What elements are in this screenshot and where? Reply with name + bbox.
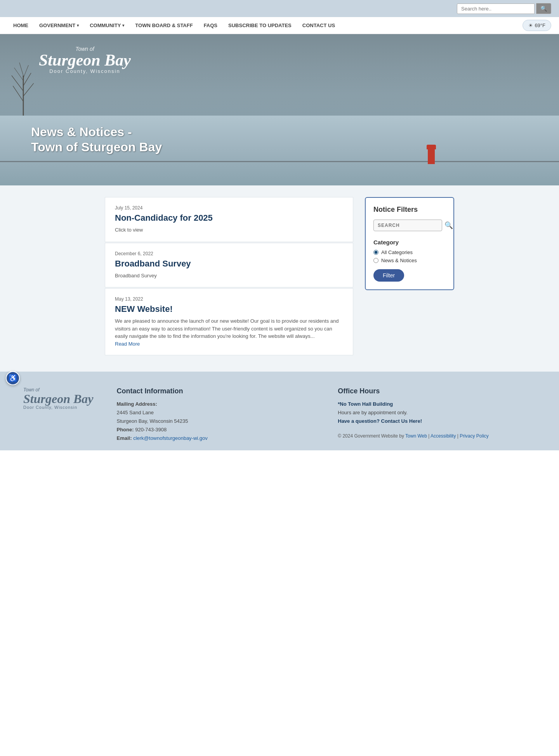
filter-search-button[interactable]: 🔍 xyxy=(444,221,453,230)
news-excerpt-2: Broadband Survey xyxy=(115,272,343,280)
nav-subscribe[interactable]: SUBSCRIBE TO UPDATES xyxy=(223,17,297,34)
footer-no-town-hall: *No Town Hall Building xyxy=(338,401,393,407)
news-title-2[interactable]: Broadband Survey xyxy=(115,259,343,269)
nav-faqs[interactable]: FAQS xyxy=(198,17,223,34)
pier-line xyxy=(0,161,559,162)
news-item-3: May 13, 2022 NEW Website! We are pleased… xyxy=(105,288,353,355)
nav-links: HOME GOVERNMENT ▾ COMMUNITY ▾ TOWN BOARD… xyxy=(8,17,523,34)
footer-hours-note: Hours are by appointment only. xyxy=(338,410,408,415)
footer-top: Town of Sturgeon Bay Door County, Wiscon… xyxy=(23,387,536,443)
news-item-2: December 6, 2022 Broadband Survey Broadb… xyxy=(105,243,353,288)
hero-logo-town-of: Town of xyxy=(39,46,131,52)
filter-title: Notice Filters xyxy=(373,206,446,214)
sun-icon: ☀ xyxy=(528,22,533,28)
hero-logo-city: Sturgeon Bay xyxy=(39,52,131,68)
footer-logo-city: Sturgeon Bay xyxy=(23,393,93,405)
nav-home[interactable]: HOME xyxy=(8,17,34,34)
footer: Town of Sturgeon Bay Door County, Wiscon… xyxy=(0,372,559,450)
svg-line-6 xyxy=(23,65,28,78)
footer-office-title: Office Hours xyxy=(338,387,536,395)
nav-government[interactable]: GOVERNMENT ▾ xyxy=(34,17,84,34)
content-wrapper: July 15, 2024 Non-Candidacy for 2025 Cli… xyxy=(97,197,462,356)
svg-line-7 xyxy=(19,62,23,75)
government-dropdown-icon: ▾ xyxy=(77,23,79,28)
read-more-link-3[interactable]: Read More xyxy=(115,341,140,347)
sidebar: Notice Filters 🔍 Category All Categories… xyxy=(365,197,454,356)
filter-search-row: 🔍 xyxy=(373,220,446,231)
news-date-2: December 6, 2022 xyxy=(115,251,343,256)
news-excerpt-1: Click to view xyxy=(115,226,343,234)
filter-all-radio[interactable] xyxy=(373,250,378,255)
footer-contact-link[interactable]: Contact Us Here! xyxy=(381,418,422,424)
svg-line-1 xyxy=(13,86,23,101)
lighthouse xyxy=(428,149,435,164)
footer-email-link[interactable]: clerk@townofsturgeonbay-wi.gov xyxy=(133,435,208,441)
weather-badge: ☀ 69°F xyxy=(523,20,551,31)
search-input[interactable] xyxy=(457,3,535,14)
hero-title: News & Notices - Town of Sturgeon Bay xyxy=(31,125,162,154)
search-button[interactable]: 🔍 xyxy=(536,3,551,14)
news-item-1: July 15, 2024 Non-Candidacy for 2025 Cli… xyxy=(105,197,353,242)
footer-copyright: © 2024 Government Website by xyxy=(338,433,404,439)
footer-bottom: © 2024 Government Website by Town Web | … xyxy=(338,431,536,439)
footer-question-text: Have a question? xyxy=(338,418,380,424)
filter-news-radio[interactable] xyxy=(373,258,378,263)
weather-temp: 69°F xyxy=(535,22,545,28)
news-date-3: May 13, 2022 xyxy=(115,296,343,302)
news-title-3[interactable]: NEW Website! xyxy=(115,304,343,314)
nav-community[interactable]: COMMUNITY ▾ xyxy=(84,17,130,34)
community-dropdown-icon: ▾ xyxy=(122,23,124,28)
nav-bar: HOME GOVERNMENT ▾ COMMUNITY ▾ TOWN BOARD… xyxy=(0,17,559,34)
filter-radio-group: All Categories News & Notices xyxy=(373,249,446,263)
top-bar: 🔍 xyxy=(0,0,559,17)
footer-mailing-label: Mailing Address: xyxy=(116,401,157,407)
nav-contact[interactable]: CONTACT US xyxy=(297,17,340,34)
hero-title-line2: Town of Sturgeon Bay xyxy=(31,140,162,154)
footer-accessibility-link[interactable]: Accessibility xyxy=(431,433,456,439)
filter-all-categories[interactable]: All Categories xyxy=(373,249,446,255)
filter-button[interactable]: Filter xyxy=(373,269,404,282)
search-form: 🔍 xyxy=(457,3,551,14)
footer-office: Office Hours *No Town Hall Building Hour… xyxy=(338,387,536,439)
news-excerpt-3: We are pleased to announce the launch of… xyxy=(115,317,343,340)
footer-townweb-link[interactable]: Town Web xyxy=(405,433,427,439)
svg-line-3 xyxy=(12,76,23,91)
svg-line-5 xyxy=(14,68,23,81)
footer-email-label: Email: xyxy=(116,435,132,441)
footer-privacy-link[interactable]: Privacy Policy xyxy=(460,433,489,439)
footer-phone-label: Phone: xyxy=(116,427,134,432)
filter-box: Notice Filters 🔍 Category All Categories… xyxy=(365,197,454,290)
news-list: July 15, 2024 Non-Candidacy for 2025 Cli… xyxy=(105,197,353,356)
footer-contact: Contact Information Mailing Address: 244… xyxy=(116,387,314,443)
hero-logo-county: Door County, Wisconsin xyxy=(39,68,131,74)
main-content: July 15, 2024 Non-Candidacy for 2025 Cli… xyxy=(0,185,559,372)
footer-phone: 920-743-3908 xyxy=(135,427,167,432)
footer-mailing-line1: 2445 Sand Lane xyxy=(116,410,153,415)
accessibility-icon: ♿ xyxy=(9,374,17,382)
filter-news-notices[interactable]: News & Notices xyxy=(373,258,446,263)
footer-mailing-line2: Sturgeon Bay, Wisconsin 54235 xyxy=(116,418,188,424)
news-date-1: July 15, 2024 xyxy=(115,205,343,211)
accessibility-button[interactable]: ♿ xyxy=(6,371,20,385)
filter-category-title: Category xyxy=(373,239,446,246)
nav-town-board[interactable]: TOWN BOARD & STAFF xyxy=(130,17,198,34)
hero-logo: Town of Sturgeon Bay Door County, Wiscon… xyxy=(39,46,131,74)
news-title-1[interactable]: Non-Candidacy for 2025 xyxy=(115,213,343,223)
footer-contact-title: Contact Information xyxy=(116,387,314,395)
filter-search-input[interactable] xyxy=(373,220,442,231)
hero-section: Town of Sturgeon Bay Door County, Wiscon… xyxy=(0,34,559,185)
footer-logo: Town of Sturgeon Bay Door County, Wiscon… xyxy=(23,387,93,410)
hero-title-line1: News & Notices - xyxy=(31,125,132,139)
svg-line-2 xyxy=(23,83,34,96)
